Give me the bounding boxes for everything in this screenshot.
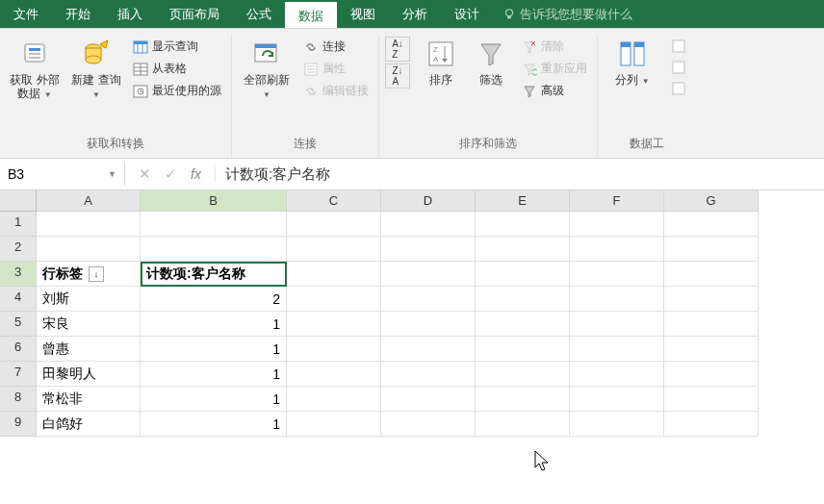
menu-tab-formula[interactable]: 公式 [233, 0, 285, 28]
cell[interactable] [476, 387, 570, 412]
cell[interactable] [570, 262, 664, 287]
cell[interactable] [570, 412, 664, 437]
reapply-button[interactable]: 重新应用 [518, 59, 591, 79]
select-all-corner[interactable] [0, 190, 37, 212]
col-header-c[interactable]: C [287, 190, 381, 212]
cell[interactable] [141, 237, 287, 262]
cell[interactable] [570, 287, 664, 312]
col-header-b[interactable]: B [141, 190, 287, 212]
menu-tab-insert[interactable]: 插入 [104, 0, 156, 28]
clear-filter-button[interactable]: 清除 [518, 37, 591, 57]
pivot-value-header[interactable]: 计数项:客户名称 [141, 262, 287, 287]
row-header[interactable]: 2 [0, 237, 37, 262]
dt-small-3[interactable] [667, 79, 690, 98]
cell[interactable]: 常松非 [37, 387, 141, 412]
cell[interactable] [287, 337, 381, 362]
cell[interactable] [664, 212, 759, 237]
col-header-g[interactable]: G [664, 190, 759, 212]
cell[interactable] [287, 412, 381, 437]
menu-tab-data[interactable]: 数据 [285, 0, 337, 28]
cell[interactable] [381, 362, 476, 387]
edit-links-button[interactable]: 编辑链接 [299, 81, 373, 101]
row-header[interactable]: 6 [0, 337, 37, 362]
dt-small-2[interactable] [667, 58, 690, 77]
cell[interactable] [476, 262, 570, 287]
confirm-formula-button[interactable]: ✓ [165, 165, 177, 183]
cell[interactable] [570, 337, 664, 362]
cell[interactable] [476, 287, 570, 312]
row-header[interactable]: 9 [0, 412, 37, 437]
cell[interactable] [37, 212, 141, 237]
cell[interactable] [381, 262, 476, 287]
cell[interactable] [664, 362, 759, 387]
cell[interactable] [141, 212, 287, 237]
row-header[interactable]: 1 [0, 212, 37, 237]
row-header[interactable]: 8 [0, 387, 37, 412]
cell[interactable] [287, 387, 381, 412]
cell[interactable]: 1 [141, 337, 287, 362]
cell[interactable] [570, 387, 664, 412]
cell[interactable] [381, 237, 476, 262]
formula-input[interactable]: 计数项:客户名称 [216, 162, 824, 188]
cell[interactable] [476, 237, 570, 262]
cell[interactable]: 刘斯 [37, 287, 141, 312]
cell[interactable] [570, 312, 664, 337]
row-header[interactable]: 5 [0, 312, 37, 337]
cell[interactable] [287, 262, 381, 287]
get-external-data-button[interactable]: 获取 外部数据 ▼ [6, 37, 64, 103]
cell[interactable] [381, 312, 476, 337]
menu-tab-analyze[interactable]: 分析 [389, 0, 441, 28]
dt-small-1[interactable] [667, 37, 690, 56]
cell[interactable] [476, 337, 570, 362]
name-box[interactable]: B3 ▼ [0, 163, 125, 186]
col-header-d[interactable]: D [381, 190, 476, 212]
sort-button[interactable]: ZA 排序 [418, 37, 464, 88]
cell[interactable] [287, 362, 381, 387]
row-header[interactable]: 3 [0, 262, 37, 287]
cell[interactable]: 曾惠 [37, 337, 141, 362]
show-queries-button[interactable]: 显示查询 [129, 37, 225, 57]
advanced-filter-button[interactable]: 高级 [518, 81, 591, 101]
cell[interactable] [664, 237, 759, 262]
cell[interactable] [287, 212, 381, 237]
sort-asc-button[interactable]: A↓Z [385, 37, 410, 62]
cell[interactable] [664, 287, 759, 312]
sort-desc-button[interactable]: Z↓A [385, 63, 410, 88]
refresh-all-button[interactable]: 全部刷新 ▼ [238, 37, 296, 103]
tell-me-box[interactable]: 告诉我您想要做什么 [493, 0, 824, 28]
menu-tab-file[interactable]: 文件 [0, 0, 52, 28]
cell[interactable] [381, 412, 476, 437]
menu-tab-design[interactable]: 设计 [441, 0, 493, 28]
cell[interactable] [287, 312, 381, 337]
text-to-columns-button[interactable]: 分列 ▼ [604, 37, 661, 88]
menu-tab-view[interactable]: 视图 [337, 0, 389, 28]
cell[interactable] [476, 412, 570, 437]
cell[interactable] [570, 362, 664, 387]
cell[interactable] [381, 337, 476, 362]
cell[interactable]: 2 [141, 287, 287, 312]
sheet-grid[interactable]: A B C D E F G 1 2 3 行标签 ↓ 计数项:客户名称 4 刘斯 … [0, 190, 824, 437]
col-header-a[interactable]: A [37, 190, 141, 212]
cell[interactable] [664, 337, 759, 362]
pivot-row-label-header[interactable]: 行标签 ↓ [37, 262, 141, 287]
cell[interactable] [664, 262, 759, 287]
cell[interactable] [570, 212, 664, 237]
cell[interactable]: 1 [141, 387, 287, 412]
cell[interactable] [664, 412, 759, 437]
properties-button[interactable]: 属性 [299, 59, 373, 79]
cell[interactable]: 1 [141, 362, 287, 387]
cell[interactable] [37, 237, 141, 262]
col-header-e[interactable]: E [476, 190, 570, 212]
menu-tab-home[interactable]: 开始 [52, 0, 104, 28]
cell[interactable] [476, 362, 570, 387]
cancel-formula-button[interactable]: ✕ [139, 165, 151, 183]
row-header[interactable]: 7 [0, 362, 37, 387]
menu-tab-layout[interactable]: 页面布局 [156, 0, 233, 28]
recent-sources-button[interactable]: 最近使用的源 [129, 81, 225, 101]
row-header[interactable]: 4 [0, 287, 37, 312]
cell[interactable] [570, 237, 664, 262]
cell[interactable] [476, 312, 570, 337]
cell[interactable]: 田黎明人 [37, 362, 141, 387]
cell[interactable] [381, 212, 476, 237]
cell[interactable] [476, 212, 570, 237]
